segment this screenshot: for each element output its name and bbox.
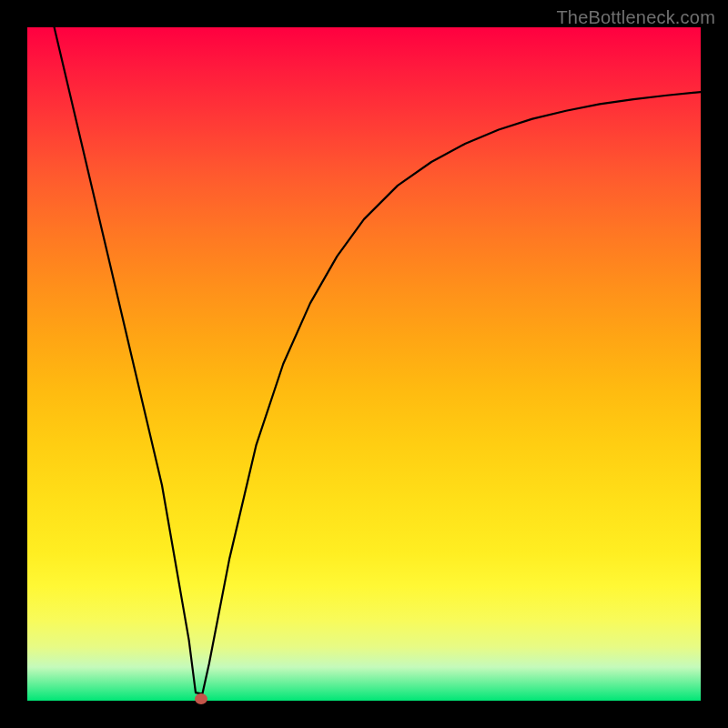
plot-area xyxy=(27,27,701,701)
curve-path xyxy=(55,27,701,694)
bottleneck-curve xyxy=(27,27,701,701)
minimum-marker-dot xyxy=(195,693,207,704)
chart-frame: TheBottleneck.com xyxy=(0,0,728,728)
watermark-text: TheBottleneck.com xyxy=(556,7,715,28)
